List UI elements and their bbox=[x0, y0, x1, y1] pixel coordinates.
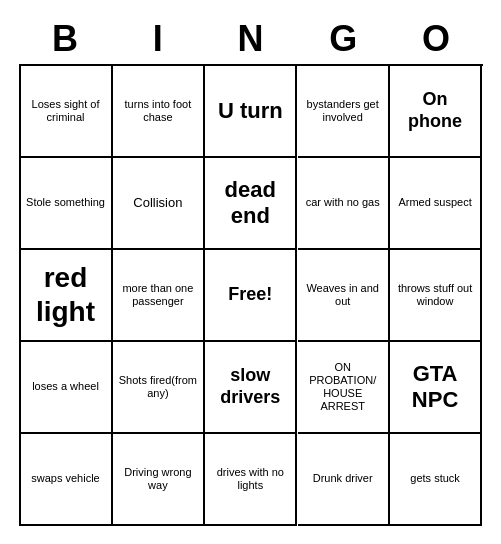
cell-text-11: more than one passenger bbox=[117, 282, 199, 308]
cell-text-19: GTA NPC bbox=[394, 361, 476, 414]
bingo-grid: Loses sight of criminalturns into foot c… bbox=[19, 64, 483, 526]
cell-text-14: throws stuff out window bbox=[394, 282, 476, 308]
bingo-cell-16: Shots fired(from any) bbox=[113, 342, 205, 434]
cell-text-7: dead end bbox=[209, 177, 291, 230]
header-letter-n: N bbox=[206, 18, 294, 60]
cell-text-13: Weaves in and out bbox=[302, 282, 384, 308]
cell-text-9: Armed suspect bbox=[398, 196, 471, 209]
cell-text-3: bystanders get involved bbox=[302, 98, 384, 124]
bingo-cell-11: more than one passenger bbox=[113, 250, 205, 342]
bingo-cell-18: ON PROBATION/ HOUSE ARREST bbox=[298, 342, 390, 434]
cell-text-5: Stole something bbox=[26, 196, 105, 209]
bingo-cell-13: Weaves in and out bbox=[298, 250, 390, 342]
bingo-cell-10: red light bbox=[21, 250, 113, 342]
cell-text-23: Drunk driver bbox=[313, 472, 373, 485]
cell-text-21: Driving wrong way bbox=[117, 466, 199, 492]
bingo-cell-4: On phone bbox=[390, 66, 482, 158]
cell-text-1: turns into foot chase bbox=[117, 98, 199, 124]
bingo-cell-7: dead end bbox=[205, 158, 297, 250]
cell-text-2: U turn bbox=[218, 98, 283, 124]
bingo-cell-12: Free! bbox=[205, 250, 297, 342]
bingo-cell-5: Stole something bbox=[21, 158, 113, 250]
cell-text-10: red light bbox=[25, 261, 107, 328]
cell-text-15: loses a wheel bbox=[32, 380, 99, 393]
cell-text-17: slow drivers bbox=[209, 365, 291, 408]
bingo-cell-15: loses a wheel bbox=[21, 342, 113, 434]
cell-text-16: Shots fired(from any) bbox=[117, 374, 199, 400]
header-letter-g: G bbox=[299, 18, 387, 60]
bingo-cell-14: throws stuff out window bbox=[390, 250, 482, 342]
bingo-header: BINGO bbox=[19, 18, 483, 60]
bingo-cell-9: Armed suspect bbox=[390, 158, 482, 250]
cell-text-18: ON PROBATION/ HOUSE ARREST bbox=[302, 361, 384, 414]
cell-text-6: Collision bbox=[133, 195, 182, 211]
header-letter-o: O bbox=[392, 18, 480, 60]
bingo-cell-23: Drunk driver bbox=[298, 434, 390, 526]
bingo-cell-24: gets stuck bbox=[390, 434, 482, 526]
bingo-cell-21: Driving wrong way bbox=[113, 434, 205, 526]
bingo-cell-6: Collision bbox=[113, 158, 205, 250]
bingo-cell-1: turns into foot chase bbox=[113, 66, 205, 158]
bingo-cell-3: bystanders get involved bbox=[298, 66, 390, 158]
cell-text-22: drives with no lights bbox=[209, 466, 291, 492]
bingo-cell-0: Loses sight of criminal bbox=[21, 66, 113, 158]
header-letter-i: I bbox=[114, 18, 202, 60]
bingo-cell-8: car with no gas bbox=[298, 158, 390, 250]
cell-text-12: Free! bbox=[228, 284, 272, 306]
cell-text-4: On phone bbox=[394, 89, 476, 132]
cell-text-20: swaps vehicle bbox=[31, 472, 99, 485]
cell-text-24: gets stuck bbox=[410, 472, 460, 485]
bingo-cell-19: GTA NPC bbox=[390, 342, 482, 434]
bingo-cell-2: U turn bbox=[205, 66, 297, 158]
bingo-cell-20: swaps vehicle bbox=[21, 434, 113, 526]
bingo-card: BINGO Loses sight of criminalturns into … bbox=[11, 10, 491, 534]
bingo-cell-22: drives with no lights bbox=[205, 434, 297, 526]
cell-text-8: car with no gas bbox=[306, 196, 380, 209]
bingo-cell-17: slow drivers bbox=[205, 342, 297, 434]
cell-text-0: Loses sight of criminal bbox=[25, 98, 107, 124]
header-letter-b: B bbox=[21, 18, 109, 60]
